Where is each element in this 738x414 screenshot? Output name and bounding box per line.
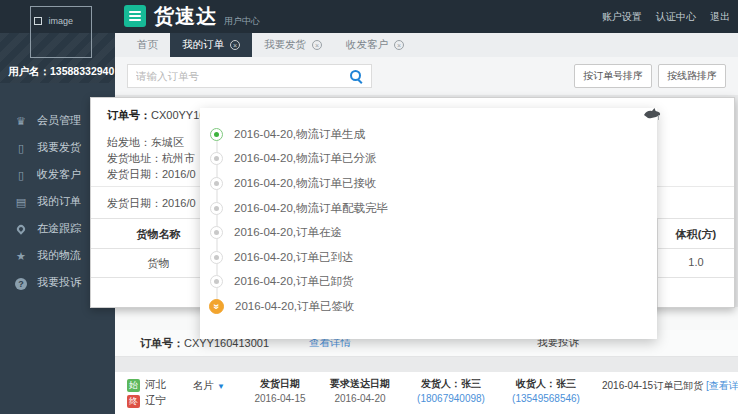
document-icon: ▤ xyxy=(14,195,28,209)
tab-label: 我要发货 xyxy=(264,38,306,52)
timeline-event: 2016-04-20,物流订单生成 xyxy=(210,122,657,147)
timeline-dot-icon xyxy=(210,128,223,141)
destination-badge: 终 xyxy=(127,395,140,408)
avatar-image-placeholder: image xyxy=(30,6,92,58)
star-icon: ★ xyxy=(14,249,28,263)
detail-order-no-label: 订单号： xyxy=(107,109,151,121)
toolbar: 按订单号排序 按线路排序 xyxy=(115,57,738,95)
hamburger-menu-button[interactable] xyxy=(124,5,146,27)
tab-my-orders[interactable]: 我的订单× xyxy=(170,33,252,57)
route-destination: 终 辽宁 xyxy=(127,393,185,409)
column-header: 发货人：张三 xyxy=(410,377,492,391)
destination-name: 辽宁 xyxy=(145,394,166,408)
sidebar-item-label: 会员管理 xyxy=(37,113,81,128)
timeline-event-text: 2016-04-20,订单在途 xyxy=(234,225,342,240)
timeline-dot-icon xyxy=(210,202,223,215)
tab-close-icon[interactable]: × xyxy=(312,40,322,50)
column-value: 2016-04-15 xyxy=(250,393,310,404)
placeholder-text: image xyxy=(48,16,73,26)
sidebar-item-label: 收发客户 xyxy=(37,167,81,182)
chevron-down-icon: ▼ xyxy=(217,382,225,391)
timeline-event: 2016-04-20,订单已卸货 xyxy=(210,270,657,295)
timeline-event-text: 2016-04-20,物流订单已分派 xyxy=(234,151,377,166)
search-icon[interactable] xyxy=(349,69,363,83)
auth-center-link[interactable]: 认证中心 xyxy=(656,10,696,24)
ship-address: 发货地址：杭州市 xyxy=(107,150,196,166)
timeline-dot-icon xyxy=(210,152,223,165)
order-column: 发货日期2016-04-15 xyxy=(250,377,310,414)
sidebar-item-label: 我要发货 xyxy=(37,140,81,155)
app-subtitle: 用户中心 xyxy=(224,15,260,28)
origin-badge: 始 xyxy=(127,379,140,392)
tab-close-icon[interactable]: × xyxy=(394,40,404,50)
timeline-list: 2016-04-20,物流订单生成2016-04-20,物流订单已分派2016-… xyxy=(210,122,657,319)
tab-customers[interactable]: 收发客户× xyxy=(334,33,416,57)
status-detail-link[interactable]: [查看详情] xyxy=(706,380,738,391)
timeline-event-text: 2016-04-20,物流订单生成 xyxy=(234,127,365,142)
sidebar-item-label: 我要投诉 xyxy=(37,275,81,290)
question-icon: ? xyxy=(14,276,28,290)
route-block: 始 河北 终 辽宁 xyxy=(127,377,185,414)
volume-header: 体积(方) xyxy=(657,227,735,242)
timeline-dot-icon xyxy=(210,275,223,288)
order-columns: 发货日期2016-04-15要求送达日期2016-04-20发货人：张三(180… xyxy=(237,377,587,414)
timeline-event-text: 2016-04-20,物流订单配载完毕 xyxy=(234,201,388,216)
order-row[interactable]: 始 河北 终 辽宁 名片 ▼ 发货日期2016-04-15要求送达日期2016-… xyxy=(115,372,738,414)
timeline-dot-icon xyxy=(210,177,223,190)
column-header: 要求送达日期 xyxy=(323,377,397,391)
app-screen: 货速达 用户中心 账户设置认证中心退出 image 用户名：1358833294… xyxy=(0,0,738,414)
phone-link[interactable]: (13549568546) xyxy=(505,393,587,404)
mobile-icon: ▯ xyxy=(14,168,28,182)
timeline-event-text: 2016-04-20,订单已卸货 xyxy=(234,274,354,289)
logout-link[interactable]: 退出 xyxy=(710,10,730,24)
hamburger-bar xyxy=(129,15,141,17)
column-value: 2016-04-20 xyxy=(323,393,397,404)
business-card-label: 名片 xyxy=(193,379,214,391)
ship-date: 发货日期：2016/0 xyxy=(107,166,196,182)
shipping-info: 始发地：东城区 发货地址：杭州市 发货日期：2016/0 xyxy=(107,134,196,182)
account-settings-link[interactable]: 账户设置 xyxy=(602,10,642,24)
ship-date-2: 发货日期：2016/0 xyxy=(107,196,196,211)
timeline-dot-icon xyxy=(210,226,223,239)
order-column: 发货人：张三(18067940098) xyxy=(410,377,492,414)
hamburger-bar xyxy=(129,11,141,13)
column-header: 收货人：张三 xyxy=(505,377,587,391)
timeline-event: 2016-04-20,物流订单已分派 xyxy=(210,147,657,172)
order-column: 要求送达日期2016-04-20 xyxy=(323,377,397,414)
timeline-event: 2016-04-20,物流订单配载完毕 xyxy=(210,196,657,221)
origin-place: 始发地：东城区 xyxy=(107,134,196,150)
tab-home[interactable]: 首页 xyxy=(125,33,170,57)
top-header: 货速达 用户中心 账户设置认证中心退出 xyxy=(0,0,738,33)
tab-label: 收发客户 xyxy=(346,38,388,52)
location-pin-icon xyxy=(14,222,28,236)
tab-close-icon[interactable]: × xyxy=(230,40,240,50)
sort-by-route-button[interactable]: 按线路排序 xyxy=(658,64,726,88)
order-column: 收货人：张三(13549568546) xyxy=(505,377,587,414)
volume-cell: 1.0 xyxy=(657,256,735,268)
tab-ship-goods[interactable]: 我要发货× xyxy=(252,33,334,57)
hamburger-bar xyxy=(129,19,141,21)
search-box[interactable] xyxy=(127,64,372,88)
sort-by-order-button[interactable]: 按订单号排序 xyxy=(574,64,652,88)
broken-image-icon xyxy=(34,17,42,25)
business-card-link[interactable]: 名片 ▼ xyxy=(193,377,237,414)
sidebar-item-label: 在途跟踪 xyxy=(37,221,81,236)
timeline-event-text: 2016-04-20,订单已签收 xyxy=(235,299,355,314)
tab-label: 首页 xyxy=(137,38,158,52)
phone-link[interactable]: (18067940098) xyxy=(410,393,492,404)
mobile-icon: ▯ xyxy=(14,141,28,155)
timeline-signed-icon: » xyxy=(209,299,224,314)
timeline-event: »2016-04-20,订单已签收 xyxy=(210,294,657,319)
username-label: 用户名：13588332940 xyxy=(8,65,114,79)
column-header: 发货日期 xyxy=(250,377,310,391)
header-nav: 账户设置认证中心退出 xyxy=(602,0,730,33)
timeline-event: 2016-04-20,物流订单已接收 xyxy=(210,171,657,196)
timeline-event-text: 2016-04-20,订单已到达 xyxy=(234,250,354,265)
order-status: 2016-04-15订单已卸货 [查看详情] xyxy=(602,377,738,414)
timeline-event: 2016-04-20,订单在途 xyxy=(210,220,657,245)
route-origin: 始 河北 xyxy=(127,377,185,393)
sidebar-item-label: 我的物流 xyxy=(37,248,81,263)
app-title: 货速达 xyxy=(154,3,217,30)
bird-icon xyxy=(642,106,662,124)
search-input[interactable] xyxy=(128,70,349,82)
